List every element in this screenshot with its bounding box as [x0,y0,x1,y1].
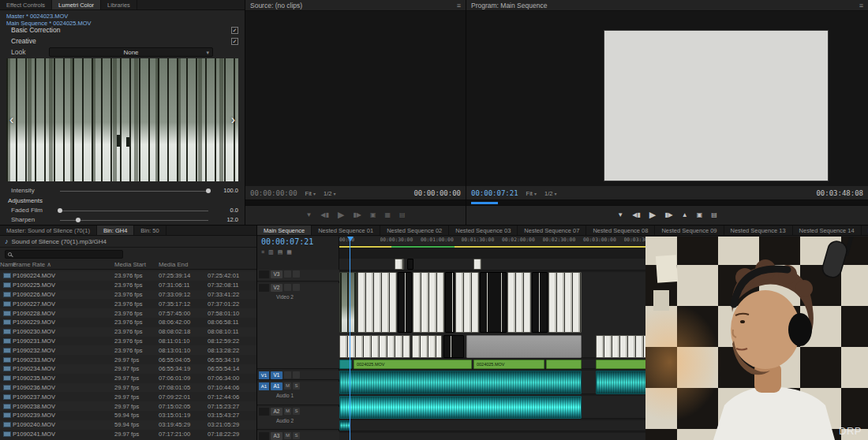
timeline-clip[interactable] [339,371,582,394]
timeline-clip[interactable] [339,272,357,333]
track-id-button[interactable]: V2 [271,284,282,292]
P1090240.MOV[interactable]: P1090240.MOV 59.94 fps 03:19:45:29 03:21… [0,420,256,430]
timeline-timecode[interactable]: 00:00:07:21 [261,237,313,246]
faded-film-value[interactable]: 0.0 [230,207,238,214]
track-eye-icon[interactable] [284,270,291,278]
P1090230.MOV[interactable]: P1090230.MOV 23.976 fps 08:08:02:18 08:0… [0,327,256,337]
track-header-v2[interactable]: V2Video 2 [257,283,339,369]
track-header-a3[interactable]: A3MSAudio 3 [257,431,339,440]
sequence-tab[interactable]: Nested Sequence 16 [862,226,868,235]
timeline-clip[interactable] [532,272,548,333]
sequence-tab[interactable]: Main Sequence [257,226,312,235]
program-resolution-select[interactable]: 1/2 ▾ [544,190,557,197]
timeline-clip[interactable] [507,272,531,333]
play-icon[interactable]: ▶ [649,210,656,220]
faded-film-slider[interactable] [60,211,208,211]
track-eye-icon[interactable] [284,284,291,291]
column-header[interactable]: Frame Rate ∧ [13,261,114,268]
lumetri-clip-ref[interactable]: Master * 0024023.MOV [6,13,238,20]
panel-tab[interactable]: Bin: GH4 [97,226,134,235]
column-header[interactable]: Media End [159,261,208,268]
P1090234.MOV[interactable]: P1090234.MOV 29.97 fps 06:55:34:19 06:55… [0,364,256,374]
timeline-clip[interactable] [443,335,464,358]
sequence-tab[interactable]: Nested Sequence 07 [518,226,586,235]
timeline-clip[interactable] [398,272,412,333]
P1090238.MOV[interactable]: P1090238.MOV 29.97 fps 07:15:02:05 07:15… [0,401,256,411]
sharpen-slider[interactable] [60,220,208,221]
panel-tab[interactable]: Libraries [101,0,137,9]
sequence-tab[interactable]: Nested Sequence 14 [793,226,862,235]
creative-checkbox[interactable]: ✓ [231,38,238,45]
P1090241.MOV[interactable]: P1090241.MOV 29.97 fps 07:17:21:00 07:18… [0,430,256,439]
step-forward-icon[interactable]: ▮▶ [353,211,361,218]
sequence-tab[interactable]: Nested Sequence 13 [724,226,793,235]
track-id-button[interactable]: A2 [271,408,282,416]
creative-section[interactable]: Creative ✓ [0,37,245,47]
panel-tab[interactable]: Effect Controls [0,0,52,9]
solo-button[interactable]: S [293,432,300,439]
sequence-tab[interactable]: Nested Sequence 02 [380,226,449,235]
basic-correction-section[interactable]: Basic Correction ✓ [0,26,245,36]
sequence-menu-icon[interactable]: ≡ [261,249,264,255]
project-breadcrumb[interactable]: Sound of Silence (70(1).mp3/GH4 [12,238,107,245]
mute-button[interactable]: M [284,382,291,390]
P1090226.MOV[interactable]: P1090226.MOV 23.976 fps 07:33:09:12 07:3… [0,290,256,300]
program-title[interactable]: Program: Main Sequence [471,2,547,9]
P1090233.MOV[interactable]: P1090233.MOV 29.97 fps 06:55:04:05 06:55… [0,355,256,364]
program-zoom-select[interactable]: Fit ▾ [526,190,537,197]
track-header-v1[interactable]: V1V1 [257,371,339,380]
P1090228.MOV[interactable]: P1090228.MOV 23.976 fps 07:57:45:00 07:5… [0,308,256,318]
snap-icon[interactable]: ▥ [268,249,274,255]
timeline-clip[interactable] [546,360,582,369]
track-id-button[interactable]: A1 [271,382,282,390]
timeline-clip[interactable]: 0024025.MOV [473,360,544,369]
lift-icon[interactable]: ▲ [682,211,688,218]
P1090239.MOV[interactable]: P1090239.MOV 59.94 fps 03:15:01:19 03:15… [0,411,256,420]
source-patch[interactable]: V1 [259,371,269,379]
source-title[interactable]: Source: (no clips) [250,2,302,9]
look-select[interactable]: None ▾ [49,47,213,57]
track-id-button[interactable]: A3 [271,432,282,440]
comparison-view-icon[interactable]: ▤ [711,211,717,218]
timeline-clip[interactable] [596,360,649,369]
track-header-a2[interactable]: A2MSAudio 2 [257,407,339,430]
next-look-icon[interactable]: › [231,113,235,127]
timeline-clip[interactable] [455,272,479,333]
export-frame-icon[interactable]: ▣ [370,211,376,218]
P1090236.MOV[interactable]: P1090236.MOV 29.97 fps 07:08:01:05 07:10… [0,383,256,393]
P1090232.MOV[interactable]: P1090232.MOV 23.976 fps 08:13:01:10 08:1… [0,345,256,355]
timeline-clip[interactable] [407,259,413,270]
play-icon[interactable]: ▶ [338,210,344,220]
intensity-value[interactable]: 100.0 [223,187,238,194]
P1090229.MOV[interactable]: P1090229.MOV 23.976 fps 08:06:42:00 08:0… [0,318,256,327]
source-patch[interactable] [259,284,269,292]
search-input[interactable] [14,251,120,258]
source-patch[interactable] [259,408,269,416]
add-marker-icon[interactable]: ▼ [305,211,312,218]
search-box[interactable] [5,250,123,259]
timeline-clip[interactable] [395,259,404,270]
column-header[interactable]: Media Start [114,261,159,268]
P1090227.MOV[interactable]: P1090227.MOV 23.976 fps 07:35:17:12 07:3… [0,299,256,308]
sequence-tab[interactable]: Nested Sequence 09 [655,226,724,235]
track-header-a1[interactable]: A1A1MSAudio 1 [257,382,339,405]
timeline-clip[interactable] [445,272,455,333]
insert-icon[interactable]: ▦ [384,211,391,218]
timeline-clip[interactable] [357,272,397,333]
panel-tab[interactable]: Master: Sound of Silence (70(1) [0,226,97,235]
track-lock-icon[interactable] [293,371,300,378]
track-header-v3[interactable]: V3 [257,270,339,282]
export-frame-icon[interactable]: ▣ [697,211,703,218]
step-back-icon[interactable]: ◀▮ [632,211,641,218]
intensity-slider[interactable] [60,191,208,192]
source-patch[interactable] [259,270,269,278]
overwrite-icon[interactable]: ▤ [399,211,406,218]
source-patch[interactable] [259,432,269,440]
solo-button[interactable]: S [293,408,300,415]
playhead[interactable] [350,237,350,440]
timeline-clip[interactable] [596,371,649,394]
markers-icon[interactable]: ▦ [286,249,292,255]
timeline-clip[interactable] [473,259,481,270]
timeline-clip[interactable] [339,396,582,419]
timeline-clip[interactable] [596,335,649,358]
